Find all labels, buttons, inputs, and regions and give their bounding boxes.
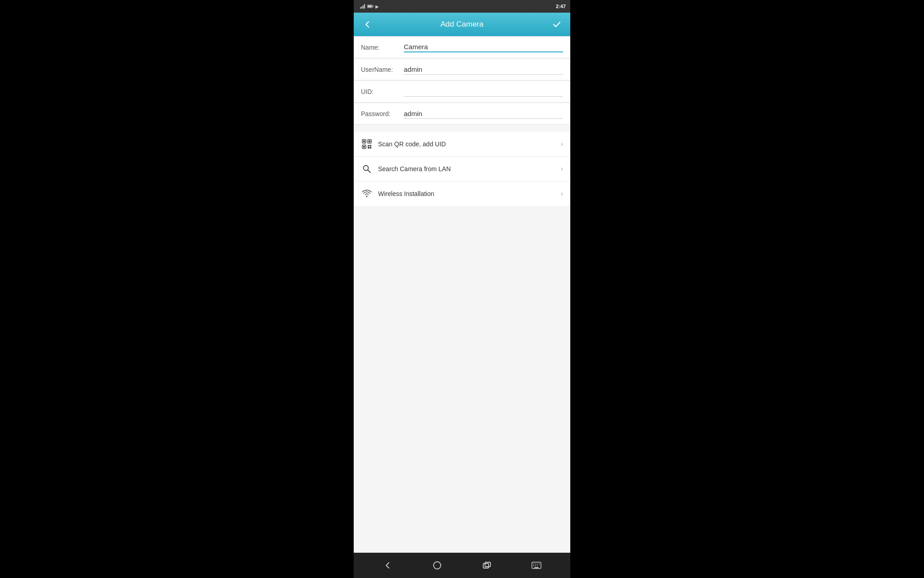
svg-point-19 xyxy=(366,196,367,197)
search-camera-label: Search Camera from LAN xyxy=(378,165,555,172)
password-field-row: Password: xyxy=(354,103,570,125)
section-spacer xyxy=(354,125,570,132)
uid-label: UID: xyxy=(361,88,399,95)
chevron-right-icon-2: › xyxy=(561,165,563,173)
svg-rect-13 xyxy=(368,145,369,146)
svg-rect-16 xyxy=(370,147,371,149)
chevron-right-icon-3: › xyxy=(561,190,563,198)
password-label: Password: xyxy=(361,110,399,117)
name-field-row: Name: xyxy=(354,36,570,58)
name-label: Name: xyxy=(361,44,399,51)
action-list: Scan QR code, add UID › Search Camera fr… xyxy=(354,132,570,206)
wireless-install-label: Wireless Installation xyxy=(378,190,555,197)
svg-rect-10 xyxy=(369,140,370,142)
svg-point-17 xyxy=(364,166,369,171)
svg-rect-8 xyxy=(363,140,365,142)
search-camera-button[interactable]: Search Camera from LAN › xyxy=(354,157,570,182)
play-icon: ▶ xyxy=(375,4,379,9)
qr-code-icon xyxy=(361,138,373,150)
uid-input[interactable] xyxy=(404,87,563,97)
username-label: UserName: xyxy=(361,66,399,73)
username-input[interactable] xyxy=(404,65,563,75)
svg-rect-0 xyxy=(360,7,361,9)
svg-rect-1 xyxy=(361,6,362,9)
nav-keyboard-button[interactable] xyxy=(527,556,545,574)
svg-rect-12 xyxy=(363,146,365,148)
wifi-icon xyxy=(361,188,373,200)
app-header: Add Camera xyxy=(354,13,570,36)
signal-icon xyxy=(360,4,365,9)
name-input[interactable] xyxy=(404,42,563,52)
back-button[interactable] xyxy=(360,17,374,32)
nav-back-button[interactable] xyxy=(379,556,397,574)
password-input[interactable] xyxy=(404,109,563,119)
bottom-navigation xyxy=(354,553,570,578)
svg-rect-14 xyxy=(370,145,371,146)
battery-icon xyxy=(367,5,374,8)
svg-line-18 xyxy=(368,170,371,173)
username-field-row: UserName: xyxy=(354,59,570,80)
svg-rect-15 xyxy=(368,147,370,149)
svg-rect-2 xyxy=(363,5,364,9)
search-icon xyxy=(361,163,373,175)
svg-point-20 xyxy=(434,562,441,569)
svg-rect-21 xyxy=(483,564,489,568)
status-time: 2:47 xyxy=(556,4,566,9)
uid-field-row: UID: xyxy=(354,81,570,103)
svg-rect-22 xyxy=(485,562,490,567)
page-title: Add Camera xyxy=(374,20,550,29)
svg-rect-6 xyxy=(368,5,372,7)
scan-qr-button[interactable]: Scan QR code, add UID › xyxy=(354,132,570,157)
wireless-install-button[interactable]: Wireless Installation › xyxy=(354,182,570,206)
svg-rect-5 xyxy=(373,6,374,7)
form-content: Name: UserName: UID: Password: xyxy=(354,36,570,553)
status-bar: ▶ 2:47 xyxy=(354,0,570,13)
nav-recents-button[interactable] xyxy=(478,556,496,574)
svg-rect-3 xyxy=(364,4,365,9)
chevron-right-icon: › xyxy=(561,140,563,148)
confirm-button[interactable] xyxy=(550,17,564,32)
scan-qr-label: Scan QR code, add UID xyxy=(378,140,555,148)
nav-home-button[interactable] xyxy=(428,556,446,574)
